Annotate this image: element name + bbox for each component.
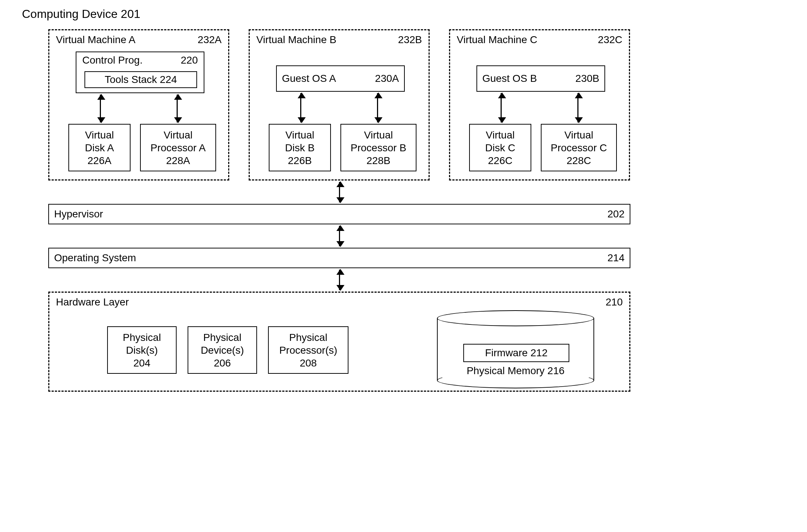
diagram-title: Computing Device 201 <box>22 7 140 21</box>
vm-c-header: Virtual Machine C 232C <box>457 34 622 46</box>
guest-os-b-box: Guest OS B 230B <box>476 65 605 92</box>
vm-a-disk: Virtual Disk A 226A <box>68 124 131 171</box>
guest-os-b-ref: 230B <box>576 73 599 84</box>
control-prog-box: Control Prog. 220 Tools Stack 224 <box>76 52 204 93</box>
firmware-label: Firmware 212 <box>485 347 547 359</box>
hardware-header: Hardware Layer 210 <box>56 296 623 308</box>
arrow-icon <box>377 93 378 122</box>
hypervisor-label: Hypervisor <box>54 208 103 220</box>
vm-c-ref: 232C <box>598 34 622 46</box>
arrow-icon <box>300 93 301 122</box>
control-prog-ref: 220 <box>181 54 198 66</box>
hardware-ref: 210 <box>606 296 623 308</box>
os-label: Operating System <box>54 252 136 264</box>
physical-memory-cylinder: Firmware 212 Physical Memory 216 <box>437 318 594 380</box>
guest-os-b-label: Guest OS B <box>482 73 537 84</box>
arrow-icon <box>177 95 178 122</box>
hardware-layer: Hardware Layer 210 Physical Disk(s) 204 … <box>48 292 630 392</box>
os-box: Operating System 214 <box>48 248 630 268</box>
vm-a-header: Virtual Machine A 232A <box>56 34 222 46</box>
diagram-canvas: Computing Device 201 Virtual Machine A 2… <box>0 0 807 532</box>
os-ref: 214 <box>607 252 625 264</box>
arrow-icon <box>339 226 340 246</box>
arrow-icon <box>339 270 340 290</box>
guest-os-a-ref: 230A <box>375 73 399 84</box>
control-prog-label: Control Prog. <box>82 54 143 66</box>
guest-os-a-label: Guest OS A <box>282 73 336 84</box>
vm-c-label: Virtual Machine C <box>457 34 537 46</box>
guest-os-a-box: Guest OS A 230A <box>276 65 405 92</box>
vm-c-proc: Virtual Processor C 228C <box>541 124 617 171</box>
physical-processor-box: Physical Processor(s) 208 <box>268 326 348 374</box>
vm-a-proc: Virtual Processor A 228A <box>140 124 216 171</box>
vm-a-label: Virtual Machine A <box>56 34 135 46</box>
vm-b-disk: Virtual Disk B 226B <box>269 124 331 171</box>
vm-b-header: Virtual Machine B 232B <box>256 34 422 46</box>
arrow-icon <box>577 93 578 122</box>
tools-stack-label: Tools Stack 224 <box>105 74 177 86</box>
physical-disk-box: Physical Disk(s) 204 <box>107 326 177 374</box>
firmware-box: Firmware 212 <box>463 344 569 362</box>
vm-b-ref: 232B <box>398 34 422 46</box>
vm-c-disk: Virtual Disk C 226C <box>469 124 531 171</box>
physical-memory-label: Physical Memory 216 <box>438 365 593 377</box>
hypervisor-box: Hypervisor 202 <box>48 204 630 224</box>
vm-c: Virtual Machine C 232C Guest OS B 230B V… <box>449 29 630 180</box>
arrow-icon <box>339 182 340 202</box>
physical-device-box: Physical Device(s) 206 <box>188 326 257 374</box>
cylinder-top-icon <box>437 310 594 326</box>
vm-a-ref: 232A <box>198 34 222 46</box>
arrow-icon <box>100 95 101 122</box>
hardware-label: Hardware Layer <box>56 296 129 308</box>
vm-b-proc: Virtual Processor B 228B <box>340 124 416 171</box>
vm-b: Virtual Machine B 232B Guest OS A 230A V… <box>249 29 430 180</box>
tools-stack-box: Tools Stack 224 <box>84 71 197 88</box>
vm-a: Virtual Machine A 232A Control Prog. 220… <box>48 29 229 180</box>
hypervisor-ref: 202 <box>607 208 625 220</box>
arrow-icon <box>501 93 502 122</box>
vm-b-label: Virtual Machine B <box>256 34 336 46</box>
